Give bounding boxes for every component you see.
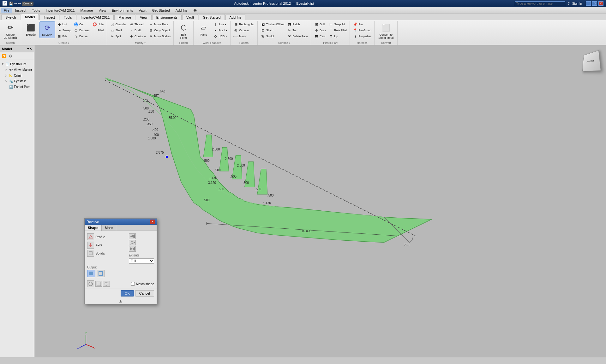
- extrude-btn[interactable]: ⬛ Extrude: [23, 21, 39, 38]
- pin-btn[interactable]: 📌 Pin: [352, 21, 372, 27]
- mirror-btn[interactable]: ⟺ Mirror: [232, 33, 255, 39]
- thread-btn[interactable]: ≋ Thread: [128, 21, 147, 27]
- fillet-btn[interactable]: ⌒ Fillet: [91, 27, 105, 33]
- tab-inspect[interactable]: Inspect: [39, 14, 59, 20]
- extent-bwd-btn[interactable]: [129, 240, 136, 245]
- tree-item-eyestalk-ipt[interactable]: ▼ 📄 Eyestalk.ipt: [1, 61, 33, 67]
- patch-btn[interactable]: ⬔ Patch: [286, 21, 309, 27]
- help-icon[interactable]: ?: [568, 2, 570, 5]
- circular-btn[interactable]: ◎ Circular: [232, 27, 255, 33]
- close-btn[interactable]: ✕: [598, 1, 603, 6]
- pin-group-btn[interactable]: 📍 Pin Group: [352, 27, 372, 33]
- revolve-dialog-close-btn[interactable]: ✕: [150, 220, 155, 224]
- edit-form-btn[interactable]: ⬡ EditForm: [176, 21, 191, 41]
- output-surface-btn[interactable]: [97, 270, 105, 277]
- plane-btn[interactable]: ▱ Plane: [195, 21, 211, 38]
- match-shape-checkbox[interactable]: [131, 282, 135, 286]
- minimize-btn[interactable]: _: [586, 1, 591, 6]
- output-solid-btn[interactable]: [87, 270, 95, 277]
- menu-get-started[interactable]: Get Started: [150, 8, 172, 13]
- tab-environments[interactable]: Environments: [152, 14, 182, 20]
- sidebar-close-icon[interactable]: ✕: [29, 47, 32, 50]
- rest-btn[interactable]: ⬒ Rest: [313, 33, 327, 39]
- rectangular-btn[interactable]: ⊞ Rectangular: [232, 21, 255, 27]
- menu-tools[interactable]: Tools: [29, 8, 43, 13]
- save-icon[interactable]: 💾: [9, 2, 13, 6]
- menu-inventorcam[interactable]: InventorCAM 2011: [43, 8, 77, 13]
- menu-add-ins[interactable]: Add-Ins: [173, 8, 190, 13]
- revolve-preview-btn[interactable]: [87, 280, 94, 287]
- menu-view[interactable]: View: [96, 8, 109, 13]
- axis-select-btn[interactable]: [87, 242, 94, 249]
- redo-icon[interactable]: ↪: [18, 2, 21, 6]
- tab-vault[interactable]: Vault: [182, 14, 198, 20]
- menu-extra[interactable]: ⊕: [191, 7, 200, 14]
- viewcube-box[interactable]: FRONT: [582, 50, 601, 71]
- tree-item-eyestalk[interactable]: ▷ 🔩 Eyestalk: [4, 78, 33, 84]
- extents-select[interactable]: Full Angle To To Next Between: [129, 258, 154, 264]
- menu-environments[interactable]: Environments: [109, 8, 135, 13]
- trim-btn[interactable]: ✂ Trim: [286, 27, 309, 33]
- filter-icon[interactable]: 🔽: [1, 53, 7, 59]
- thicken-offset-btn[interactable]: ⬕ Thicken/Offset: [260, 21, 285, 27]
- sweep-btn[interactable]: 〜 Sweep: [56, 27, 72, 33]
- combine-btn[interactable]: ⊕ Combine: [128, 33, 147, 39]
- emboss-btn[interactable]: ⬡ Emboss: [73, 27, 91, 33]
- grill-btn[interactable]: ⊟ Grill: [313, 21, 327, 27]
- sidebar-dropdown-icon[interactable]: ▾: [27, 47, 29, 50]
- move-face-btn[interactable]: ↔ Move Face: [147, 21, 171, 27]
- convert-sheet-metal-btn[interactable]: ⬜ Convert toSheet Metal: [376, 21, 395, 41]
- profile-select-btn[interactable]: [87, 233, 94, 240]
- hole-btn[interactable]: ⭕ Hole: [91, 21, 105, 27]
- revolve-btn[interactable]: ⟳ Revolve: [39, 21, 55, 38]
- create-2d-sketch-btn[interactable]: ✏ Create2D Sketch: [2, 21, 19, 41]
- ok-button[interactable]: OK: [121, 290, 134, 296]
- extent-both-btn[interactable]: [129, 246, 136, 252]
- extent-fwd-btn[interactable]: [129, 233, 136, 239]
- sculpt-btn[interactable]: ⌘ Sculpt: [260, 33, 285, 39]
- revolve-tab-shape[interactable]: Shape: [85, 225, 102, 231]
- ucs-btn[interactable]: ⊹ UCS ▾: [212, 33, 228, 39]
- menu-file[interactable]: File: [1, 8, 12, 13]
- revolve-tab-more[interactable]: More: [102, 225, 116, 231]
- menu-vault[interactable]: Vault: [136, 8, 149, 13]
- copy-object-btn[interactable]: ⧉ Copy Object: [147, 27, 171, 33]
- tree-item-end-of-part[interactable]: 🔚 End of Part: [4, 84, 33, 90]
- tab-tools[interactable]: Tools: [60, 14, 76, 20]
- boss-btn[interactable]: ⊙ Boss: [313, 27, 327, 33]
- lip-btn[interactable]: ⊓ Lip: [327, 33, 348, 39]
- rib-btn[interactable]: ⊟ Rib: [56, 33, 72, 39]
- shell-btn[interactable]: ▭ Shell: [109, 27, 128, 33]
- tab-inventorcam[interactable]: InventorCAM 2011: [77, 14, 114, 20]
- loft-btn[interactable]: ◆ Loft: [56, 21, 72, 27]
- menu-manage[interactable]: Manage: [78, 8, 96, 13]
- tab-manage[interactable]: Manage: [114, 14, 135, 20]
- stitch-btn[interactable]: ⊠ Stitch: [260, 27, 285, 33]
- draft-btn[interactable]: ⟋ Draft: [128, 27, 147, 33]
- coil-btn[interactable]: 🌀 Coil: [73, 21, 91, 27]
- snap-fit-btn[interactable]: ⊢ Snap Fit: [327, 21, 348, 27]
- settings-icon[interactable]: ⚙: [8, 53, 13, 59]
- menu-inspect[interactable]: Inspect: [13, 8, 29, 13]
- tab-model[interactable]: Model: [21, 14, 39, 20]
- maximize-btn[interactable]: □: [592, 1, 597, 6]
- point-btn[interactable]: • Point ▾: [212, 27, 228, 33]
- color-dropdown[interactable]: Color ▾: [22, 2, 33, 6]
- move-bodies-btn[interactable]: ⇱ Move Bodies: [147, 33, 171, 39]
- tree-item-origin[interactable]: ▷ 📐 Origin: [4, 73, 33, 78]
- rule-fillet-btn[interactable]: ⌒ Rule Fillet: [327, 27, 348, 33]
- axis-btn[interactable]: | Axis ▾: [212, 21, 228, 27]
- viewcube[interactable]: FRONT: [578, 49, 603, 74]
- tree-item-view-master[interactable]: ▷ 👁 View: Master: [4, 67, 33, 73]
- viewport[interactable]: ◀ Full Half Quarter ▶ ◉ Profile ⟳ Axis ⬛…: [35, 45, 606, 357]
- delete-face-btn[interactable]: ✖ Delete Face: [286, 33, 309, 39]
- properties-btn[interactable]: ℹ Properties: [352, 33, 372, 39]
- undo-icon[interactable]: ↩: [14, 2, 17, 6]
- tab-sketch[interactable]: Sketch: [1, 14, 20, 20]
- derive-btn[interactable]: ↘ Derive: [73, 33, 91, 39]
- tab-get-started[interactable]: Get Started: [199, 14, 225, 20]
- split-btn[interactable]: ✂ Split: [109, 33, 128, 39]
- tab-view[interactable]: View: [136, 14, 152, 20]
- cancel-button[interactable]: Cancel: [135, 290, 154, 296]
- search-input[interactable]: [515, 1, 565, 6]
